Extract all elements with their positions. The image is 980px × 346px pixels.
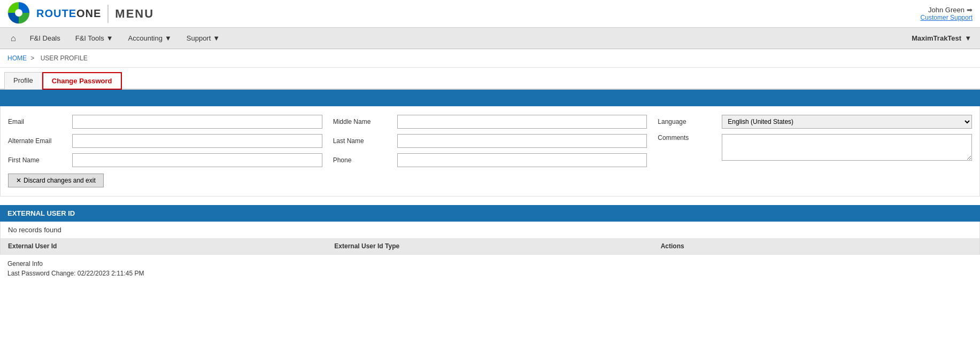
user-name-row: John Green ➡	[921, 6, 973, 14]
support-dropdown-icon: ▼	[213, 34, 220, 42]
external-user-id-section: EXTERNAL USER ID No records found Extern…	[0, 205, 980, 255]
user-area: John Green ➡ Customer Support	[921, 6, 973, 21]
email-row: Email	[8, 115, 322, 129]
comments-row: Comments	[658, 134, 972, 161]
nav-home[interactable]: ⌂	[4, 30, 22, 46]
tab-profile[interactable]: Profile	[4, 72, 42, 90]
form-col-2: Middle Name Last Name Phone	[333, 115, 647, 167]
ext-no-records: No records found	[0, 222, 980, 238]
tabs-bar: Profile Change Password	[0, 68, 980, 90]
nav-left: ⌂ F&I Deals F&I Tools ▼ Accounting ▼ Sup…	[4, 30, 227, 46]
first-name-input[interactable]	[72, 153, 322, 167]
middle-name-row: Middle Name	[333, 115, 647, 129]
discard-label: Discard changes and exit	[24, 177, 96, 184]
logo-text: ROUTEONE	[36, 7, 101, 20]
ext-col-actions: Actions	[653, 238, 979, 254]
discard-button[interactable]: ✕ Discard changes and exit	[8, 174, 104, 187]
ext-col-id: External User Id	[1, 238, 327, 254]
first-name-label: First Name	[8, 156, 67, 164]
nav-fi-tools[interactable]: F&I Tools ▼	[68, 30, 121, 46]
last-name-input[interactable]	[397, 134, 647, 148]
profile-section-header	[0, 90, 980, 106]
form-grid: Email Alternate Email First Name Middle …	[8, 115, 972, 167]
comments-textarea[interactable]	[722, 134, 972, 161]
language-label: Language	[658, 118, 716, 125]
nav-right-label: MaximTrakTest	[912, 34, 961, 42]
form-col-1: Email Alternate Email First Name	[8, 115, 322, 167]
breadcrumb: HOME > USER PROFILE	[0, 49, 980, 68]
comments-label: Comments	[658, 134, 716, 141]
nav-accounting[interactable]: Accounting ▼	[121, 30, 179, 46]
last-name-row: Last Name	[333, 134, 647, 148]
phone-label: Phone	[333, 156, 392, 164]
nav-fi-deals[interactable]: F&I Deals	[22, 30, 68, 46]
fi-tools-dropdown-icon: ▼	[106, 34, 113, 42]
home-icon: ⌂	[11, 34, 16, 43]
last-name-label: Last Name	[333, 137, 392, 145]
ext-col-type: External User Id Type	[327, 238, 653, 254]
language-row: Language English (United States) Spanish…	[658, 115, 972, 129]
breadcrumb-home[interactable]: HOME	[7, 54, 27, 62]
svg-point-1	[15, 9, 22, 17]
nav-right-dropdown-icon: ▼	[964, 34, 971, 42]
ext-section-header: EXTERNAL USER ID	[0, 205, 980, 222]
footer-area: General Info Last Password Change: 02/22…	[0, 255, 980, 285]
logo-area: ROUTEONE MENU	[7, 2, 154, 26]
ext-table-header: External User Id External User Id Type A…	[0, 238, 980, 255]
language-select[interactable]: English (United States) Spanish French	[722, 115, 972, 129]
customer-support-link[interactable]: Customer Support	[921, 14, 973, 21]
breadcrumb-current: USER PROFILE	[41, 54, 88, 62]
general-info: General Info	[7, 260, 973, 268]
logo-divider	[107, 5, 109, 23]
menu-label: MENU	[115, 7, 154, 21]
email-input[interactable]	[72, 115, 322, 129]
routeone-logo	[7, 2, 30, 26]
logo-route: ROUTE	[36, 7, 76, 19]
nav-bar: ⌂ F&I Deals F&I Tools ▼ Accounting ▼ Sup…	[0, 28, 980, 49]
middle-name-label: Middle Name	[333, 118, 392, 125]
nav-right[interactable]: MaximTrakTest ▼	[912, 34, 976, 42]
last-password-change: Last Password Change: 02/22/2023 2:11:45…	[7, 270, 973, 277]
nav-support[interactable]: Support ▼	[179, 30, 227, 46]
top-bar: ROUTEONE MENU John Green ➡ Customer Supp…	[0, 0, 980, 28]
email-label: Email	[8, 118, 67, 125]
phone-input[interactable]	[397, 153, 647, 167]
form-col-3: Language English (United States) Spanish…	[658, 115, 972, 167]
discard-icon: ✕	[16, 177, 21, 184]
alt-email-input[interactable]	[72, 134, 322, 148]
tab-change-password[interactable]: Change Password	[42, 72, 122, 90]
accounting-dropdown-icon: ▼	[165, 34, 172, 42]
first-name-row: First Name	[8, 153, 322, 167]
logo-one: ONE	[76, 7, 101, 19]
phone-row: Phone	[333, 153, 647, 167]
user-arrow-icon: ➡	[967, 6, 973, 14]
middle-name-input[interactable]	[397, 115, 647, 129]
breadcrumb-separator: >	[30, 54, 34, 62]
user-name-text: John Green	[928, 6, 964, 14]
form-area: Email Alternate Email First Name Middle …	[0, 106, 980, 196]
alt-email-row: Alternate Email	[8, 134, 322, 148]
alt-email-label: Alternate Email	[8, 137, 67, 145]
